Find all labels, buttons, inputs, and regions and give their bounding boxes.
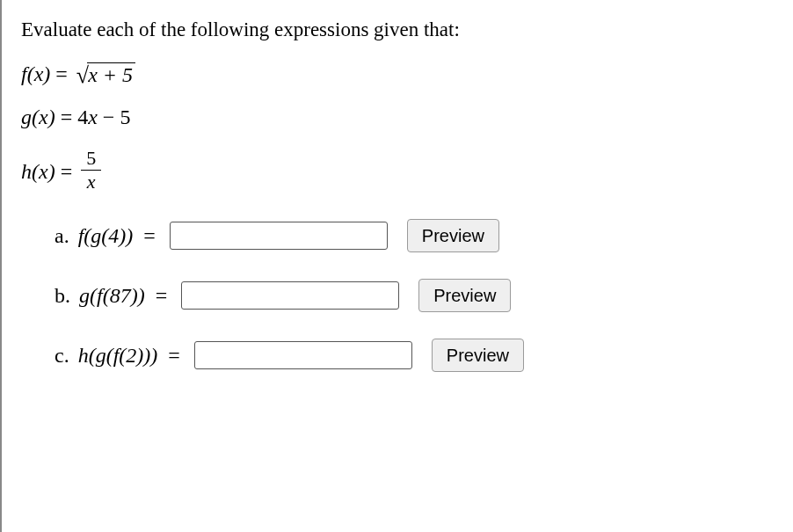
- questions-list: a. f(g(4)) = Preview b. g(f(87)) = Previ…: [21, 219, 774, 372]
- question-a-expr: f(g(4)): [78, 224, 134, 247]
- question-b-expr: g(f(87)): [79, 284, 145, 307]
- equals-sign: =: [55, 62, 68, 86]
- question-c-row: c. h(g(f(2))) = Preview: [55, 339, 774, 372]
- g-rhs: 4x − 5: [77, 106, 130, 129]
- sqrt-expression: √ x + 5: [76, 62, 135, 86]
- answer-input-a[interactable]: [170, 222, 388, 250]
- equals-sign: =: [168, 344, 180, 367]
- question-a-marker: a.: [55, 224, 69, 247]
- radical-icon: √: [76, 64, 89, 87]
- definition-g: g(x) = 4x − 5: [21, 106, 774, 129]
- question-b-label: b. g(f(87)) =: [55, 284, 172, 308]
- f-lhs: f(x): [21, 62, 50, 86]
- fraction-numerator: 5: [81, 147, 101, 169]
- question-b-marker: b.: [55, 284, 70, 307]
- instruction-text: Evaluate each of the following expressio…: [21, 16, 774, 43]
- equals-sign: =: [61, 106, 73, 129]
- g-lhs: g(x): [21, 106, 55, 129]
- question-a-label: a. f(g(4)) =: [55, 224, 161, 248]
- question-b-row: b. g(f(87)) = Preview: [55, 279, 774, 312]
- f-radicand: x + 5: [87, 62, 135, 86]
- equals-sign: =: [61, 160, 73, 184]
- answer-input-b[interactable]: [181, 281, 399, 310]
- definition-h: h(x) = 5 x: [21, 149, 774, 194]
- preview-button-b[interactable]: Preview: [418, 279, 511, 312]
- fraction-denominator: x: [82, 171, 101, 193]
- preview-button-c[interactable]: Preview: [432, 339, 524, 372]
- equals-sign: =: [143, 224, 156, 247]
- preview-button-a[interactable]: Preview: [407, 219, 499, 252]
- question-c-label: c. h(g(f(2))) =: [55, 344, 186, 368]
- equals-sign: =: [156, 284, 168, 307]
- h-lhs: h(x): [21, 160, 55, 184]
- question-c-expr: h(g(f(2))): [78, 344, 158, 367]
- definition-f: f(x) = √ x + 5: [21, 62, 774, 86]
- question-c-marker: c.: [55, 344, 69, 367]
- answer-input-c[interactable]: [194, 341, 412, 369]
- question-a-row: a. f(g(4)) = Preview: [55, 219, 774, 252]
- fraction: 5 x: [81, 147, 101, 193]
